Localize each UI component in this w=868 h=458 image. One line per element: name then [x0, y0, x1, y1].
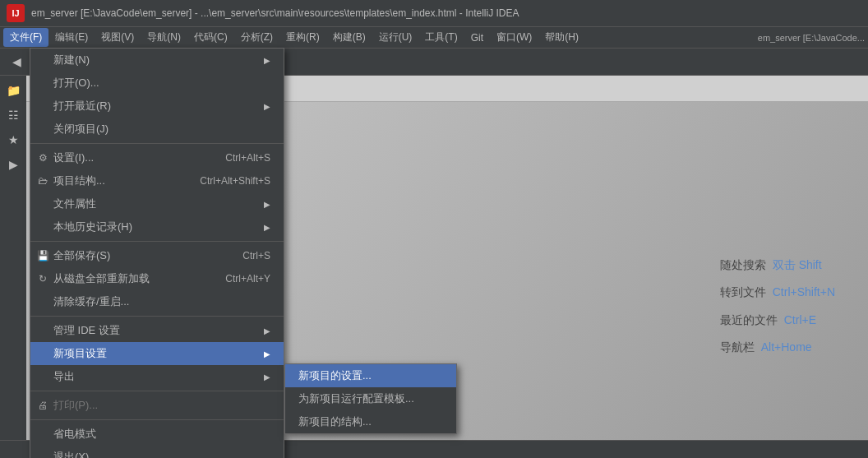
submenu-new-project-settings-item[interactable]: 新项目的设置...	[285, 364, 456, 387]
hint-search-shortcut: 双击 Shift	[773, 251, 822, 279]
menu-sep-4	[30, 391, 284, 391]
menu-open-recent[interactable]: 打开最近(R) ▶	[30, 95, 284, 118]
hint-navbar-label: 导航栏	[720, 334, 755, 362]
menu-close-project-label: 关闭项目(J)	[53, 122, 108, 136]
menu-settings[interactable]: ⚙ 设置(I)... Ctrl+Alt+S	[30, 146, 284, 169]
menu-sep-2	[30, 241, 284, 242]
menu-open-recent-label: 打开最近(R)	[53, 99, 111, 113]
menu-settings-label: 设置(I)...	[53, 150, 94, 165]
menu-open-recent-arrow: ▶	[264, 102, 270, 111]
menu-power-save[interactable]: 省电模式	[30, 423, 284, 446]
menu-close-project[interactable]: 关闭项目(J)	[30, 118, 284, 141]
menu-new-project-settings-label: 新项目设置	[53, 346, 107, 361]
sidebar-structure[interactable]: ☷	[2, 104, 25, 127]
menu-item-run[interactable]: 运行(U)	[372, 28, 419, 47]
menu-item-analyze[interactable]: 分析(Z)	[234, 28, 279, 47]
hint-goto-file-label: 转到文件	[720, 279, 766, 307]
save-all-icon: 💾	[35, 250, 50, 261]
menu-save-all[interactable]: 💾 全部保存(S) Ctrl+S	[30, 244, 284, 267]
submenu-new-project-settings-label: 新项目的设置...	[298, 368, 372, 383]
menu-clear-cache[interactable]: 清除缓存/重启...	[30, 290, 284, 313]
menu-new-label: 新建(N)	[53, 53, 90, 67]
hint-goto-file-shortcut: Ctrl+Shift+N	[773, 279, 835, 307]
menu-item-build[interactable]: 构建(B)	[326, 28, 372, 47]
menu-print-label: 打印(P)...	[53, 398, 98, 413]
menu-exit[interactable]: 退出(X)	[30, 446, 284, 458]
menu-sep-1	[30, 143, 284, 144]
hint-recent: 最近的文件 Ctrl+E	[720, 306, 835, 334]
submenu-run-config-template[interactable]: 为新项目运行配置模板...	[285, 387, 456, 410]
toolbar-back[interactable]: ◀	[7, 52, 26, 72]
menu-file-props[interactable]: 文件属性 ▶	[30, 192, 284, 215]
hint-navbar-shortcut: Alt+Home	[761, 334, 812, 362]
sidebar-favorites[interactable]: ★	[2, 128, 25, 151]
menu-reload-shortcut: Ctrl+Alt+Y	[225, 273, 270, 285]
menu-project-structure-shortcut: Ctrl+Alt+Shift+S	[200, 175, 270, 187]
menu-new[interactable]: 新建(N) ▶	[30, 49, 284, 72]
menu-export[interactable]: 导出 ▶	[30, 365, 284, 388]
title-bar: IJ em_server [E:\JavaCode\em_server] - .…	[0, 0, 868, 26]
menu-manage-ide-arrow: ▶	[264, 326, 270, 335]
menu-item-view[interactable]: 视图(V)	[95, 28, 141, 47]
file-dropdown-menu: 新建(N) ▶ 打开(O)... 打开最近(R) ▶ 关闭项目(J) ⚙ 设置(…	[30, 48, 284, 458]
menu-item-navigate[interactable]: 导航(N)	[141, 28, 187, 47]
welcome-hints: 随处搜索 双击 Shift 转到文件 Ctrl+Shift+N 最近的文件 Ct…	[720, 251, 835, 361]
menu-clear-cache-label: 清除缓存/重启...	[53, 294, 129, 309]
menu-item-code[interactable]: 代码(C)	[187, 28, 234, 47]
hint-recent-shortcut: Ctrl+E	[784, 306, 816, 334]
hint-navbar: 导航栏 Alt+Home	[720, 334, 835, 362]
menu-new-arrow: ▶	[264, 56, 270, 65]
menu-exit-label: 退出(X)	[53, 450, 89, 458]
submenu-run-config-template-label: 为新项目运行配置模板...	[298, 391, 414, 406]
menu-open-label: 打开(O)...	[53, 76, 99, 90]
project-title: em_server [E:\JavaCode...	[758, 33, 865, 43]
menu-reload-label: 从磁盘全部重新加载	[53, 271, 150, 286]
hint-search: 随处搜索 双击 Shift	[720, 251, 835, 279]
menu-local-history-arrow: ▶	[264, 223, 270, 232]
hint-recent-label: 最近的文件	[720, 306, 778, 334]
menu-sep-3	[30, 316, 284, 317]
submenu-new-project-structure[interactable]: 新项目的结构...	[285, 410, 456, 433]
menu-export-label: 导出	[53, 369, 75, 384]
menu-item-tools[interactable]: 工具(T)	[418, 28, 464, 47]
menu-export-arrow: ▶	[264, 372, 270, 382]
menu-project-structure[interactable]: 🗁 项目结构... Ctrl+Alt+Shift+S	[30, 169, 284, 192]
menu-new-project-settings-arrow: ▶	[264, 349, 270, 359]
menu-project-structure-label: 项目结构...	[53, 173, 105, 188]
menu-save-all-shortcut: Ctrl+S	[242, 250, 270, 261]
app-logo: IJ	[7, 4, 25, 22]
submenu-new-project-structure-label: 新项目的结构...	[298, 414, 372, 429]
menu-item-file[interactable]: 文件(F)	[3, 28, 48, 47]
menu-print[interactable]: 🖨 打印(P)...	[30, 394, 284, 417]
menu-item-help[interactable]: 帮助(H)	[538, 28, 585, 47]
menu-manage-ide-label: 管理 IDE 设置	[53, 323, 120, 338]
menu-sep-5	[30, 419, 284, 420]
menu-item-refactor[interactable]: 重构(R)	[279, 28, 326, 47]
menu-local-history-label: 本地历史记录(H)	[53, 220, 132, 234]
menu-manage-ide[interactable]: 管理 IDE 设置 ▶	[30, 319, 284, 342]
menu-save-all-label: 全部保存(S)	[53, 248, 110, 263]
menu-file-props-arrow: ▶	[264, 200, 270, 209]
menu-local-history[interactable]: 本地历史记录(H) ▶	[30, 215, 284, 238]
hint-goto-file: 转到文件 Ctrl+Shift+N	[720, 279, 835, 307]
project-structure-icon: 🗁	[35, 175, 50, 187]
menu-bar: 文件(F) 编辑(E) 视图(V) 导航(N) 代码(C) 分析(Z) 重构(R…	[0, 26, 868, 48]
menu-new-project-settings[interactable]: 新项目设置 ▶	[30, 342, 284, 365]
settings-icon: ⚙	[35, 152, 50, 164]
sidebar-project[interactable]: 📁	[2, 79, 25, 102]
menu-file-props-label: 文件属性	[53, 197, 96, 211]
menu-item-git[interactable]: Git	[464, 30, 490, 46]
menu-item-window[interactable]: 窗口(W)	[490, 28, 538, 47]
title-bar-title: em_server [E:\JavaCode\em_server] - ...\…	[31, 7, 861, 19]
hint-search-label: 随处搜索	[720, 251, 766, 279]
new-project-settings-submenu: 新项目的设置... 为新项目运行配置模板... 新项目的结构...	[284, 363, 457, 434]
menu-settings-shortcut: Ctrl+Alt+S	[225, 152, 270, 164]
print-icon: 🖨	[35, 400, 50, 411]
menu-power-save-label: 省电模式	[53, 427, 96, 442]
sidebar-run[interactable]: ▶	[2, 153, 25, 176]
menu-open[interactable]: 打开(O)...	[30, 72, 284, 95]
sidebar: 📁 ☷ ★ ▶	[0, 76, 26, 440]
menu-item-edit[interactable]: 编辑(E)	[48, 28, 95, 47]
reload-icon: ↻	[35, 273, 50, 285]
menu-reload[interactable]: ↻ 从磁盘全部重新加载 Ctrl+Alt+Y	[30, 267, 284, 290]
